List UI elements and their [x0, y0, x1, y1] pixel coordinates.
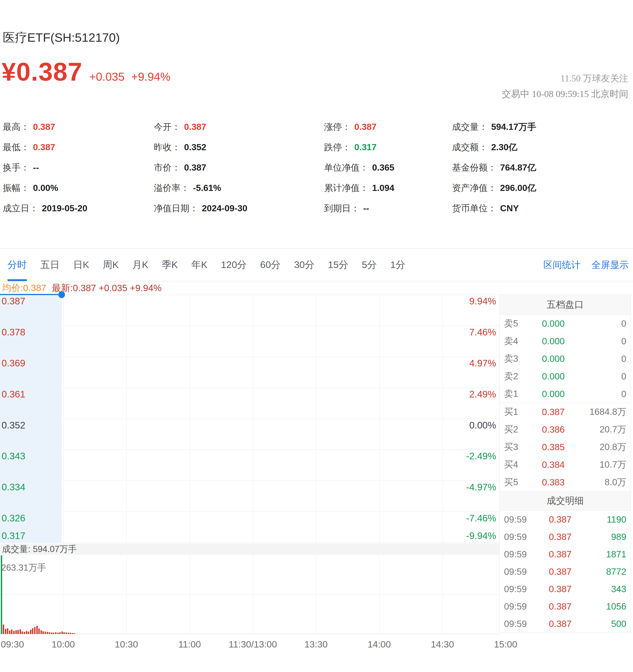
ask-row-3: 卖30.0000: [500, 350, 631, 367]
tab-30min[interactable]: 30分: [294, 249, 314, 281]
volume-bar: [26, 631, 27, 634]
stat-inception-date: 成立日：2019-05-20: [3, 198, 154, 218]
trade-row: 09:590.3871190: [500, 511, 631, 528]
legend-average-price: 均价:0.387: [2, 283, 46, 293]
time-axis-label: 14:00: [368, 639, 391, 650]
price-axis-label: 0.317: [2, 530, 25, 541]
range-statistics-link[interactable]: 区间统计: [543, 259, 580, 271]
price-gridline: [0, 388, 499, 388]
tab-monthly-k[interactable]: 月K: [132, 249, 148, 281]
tab-1min[interactable]: 1分: [390, 249, 405, 281]
stat-cumulative-nav: 累计净值：1.094: [324, 178, 452, 198]
bid-row-4: 买40.38410.7万: [500, 456, 631, 473]
percent-axis-label: 9.94%: [433, 296, 496, 307]
stat-market-price: 市价：0.387: [154, 157, 324, 178]
percent-axis-label: -9.94%: [433, 530, 496, 541]
tab-weekly-k[interactable]: 周K: [103, 249, 119, 281]
stat-maturity-date: 到期日：--: [324, 198, 452, 218]
tab-quarterly-k[interactable]: 季K: [162, 249, 178, 281]
intraday-chart-plot[interactable]: 15:0014:3014:0013:3011:30/13:0011:0010:3…: [0, 294, 633, 672]
stat-open: 今开：0.387: [154, 117, 324, 137]
volume-bar: [30, 630, 31, 634]
volume-bar: [34, 627, 35, 634]
stat-limit-down: 跌停：0.317: [324, 137, 452, 157]
volume-bar: [61, 631, 63, 634]
percent-axis-label: 4.97%: [433, 358, 496, 368]
volume-bar: [36, 626, 38, 634]
time-axis-label: 14:30: [431, 639, 454, 650]
trade-details-title: 成交明细: [500, 491, 631, 511]
volume-bar: [41, 630, 42, 634]
tab-15min[interactable]: 15分: [328, 249, 348, 281]
bid-row-2: 买20.38620.7万: [500, 421, 631, 438]
stats-grid: 最高：0.387 今开：0.387 涨停：0.387 成交量：594.17万手 …: [3, 117, 626, 218]
tab-minute[interactable]: 分时: [7, 249, 27, 281]
volume-strip: 成交量: 594.07万手: [0, 544, 499, 555]
volume-bar: [59, 632, 61, 634]
tab-60min[interactable]: 60分: [260, 249, 281, 281]
volume-bar: [28, 632, 29, 634]
price-change-value: +0.035: [89, 70, 125, 83]
stat-turnover-amount: 成交额：2.30亿: [452, 137, 626, 157]
fullscreen-link[interactable]: 全屏显示: [591, 259, 629, 271]
volume-bar: [24, 632, 25, 634]
volume-strip-label: 成交量: 594.07万手: [2, 543, 77, 555]
header-meta: 11.50 万球友关注 交易中 10-08 09:59:15 北京时间: [502, 72, 628, 100]
volume-bar: [72, 633, 73, 634]
tab-120min[interactable]: 120分: [221, 249, 247, 281]
volume-bar: [45, 632, 46, 634]
volume-bar: [53, 633, 54, 634]
volume-bar: [55, 632, 56, 634]
volume-bar: [49, 632, 50, 634]
time-axis-label: 11:30/13:00: [229, 639, 277, 650]
ask-row-5: 卖50.0000: [500, 315, 631, 332]
price-axis-label: 0.378: [2, 327, 25, 338]
time-gridline: [189, 294, 190, 634]
volume-bar: [22, 631, 23, 634]
volume-bar: [9, 630, 10, 634]
volume-bar: [20, 629, 21, 634]
stat-unit-nav: 单位净值：0.365: [324, 157, 452, 178]
time-gridline: [253, 294, 253, 634]
stat-high: 最高：0.387: [3, 117, 154, 137]
tab-5min[interactable]: 5分: [362, 249, 377, 281]
price-block: ¥0.387 +0.035 +9.94%: [2, 57, 171, 87]
percent-axis-label: -2.49%: [433, 451, 496, 461]
page-title: 医疗ETF(SH:512170): [3, 29, 120, 46]
percent-axis-label: -7.46%: [433, 513, 496, 524]
legend-latest-price: 最新:0.387 +0.035 +9.94%: [52, 283, 162, 293]
order-book-panel: 五档盘口 卖50.0000 卖40.0000 卖30.0000 卖20.0000…: [499, 294, 631, 633]
volume-bar: [43, 631, 44, 634]
last-price-dot: [58, 291, 65, 298]
volume-bar: [51, 632, 52, 634]
trade-row: 09:590.3871056: [500, 598, 631, 615]
price-axis-label: 0.352: [2, 420, 25, 431]
chart-period-tabbar: 分时 五日 日K 周K 月K 季K 年K 120分 60分 30分 15分 5分…: [0, 248, 633, 282]
trade-row: 09:590.3878772: [500, 563, 631, 580]
stat-fund-shares: 基金份额：764.87亿: [452, 157, 626, 178]
percent-axis-label: 2.49%: [433, 389, 496, 400]
time-gridline: [379, 294, 380, 634]
volume-bar: [66, 632, 67, 634]
bid-row-1: 买10.3871684.8万: [500, 403, 631, 421]
time-gridline: [316, 294, 316, 634]
tab-yearly-k[interactable]: 年K: [192, 249, 208, 281]
time-axis-label: 09:30: [1, 639, 24, 650]
volume-bar: [32, 628, 33, 634]
volume-bar: [11, 629, 12, 634]
tab-daily-k[interactable]: 日K: [73, 249, 89, 281]
time-axis-label: 10:00: [52, 639, 75, 650]
ask-row-1: 卖10.0000: [500, 385, 631, 403]
price-gridline: [0, 480, 499, 481]
price-gridline: [0, 294, 499, 295]
stat-net-assets: 资产净值：296.00亿: [452, 178, 626, 198]
price-line: [0, 294, 62, 295]
price-axis-label: 0.387: [2, 296, 25, 307]
price-axis-label: 0.334: [2, 482, 25, 493]
tab-5day[interactable]: 五日: [40, 249, 60, 281]
stat-currency: 货币单位：CNY: [452, 198, 626, 218]
volume-axis-max-label: 263.31万手: [1, 562, 46, 574]
volume-bar: [5, 629, 6, 634]
time-gridline: [442, 294, 443, 634]
time-axis-label: 11:00: [178, 639, 201, 650]
